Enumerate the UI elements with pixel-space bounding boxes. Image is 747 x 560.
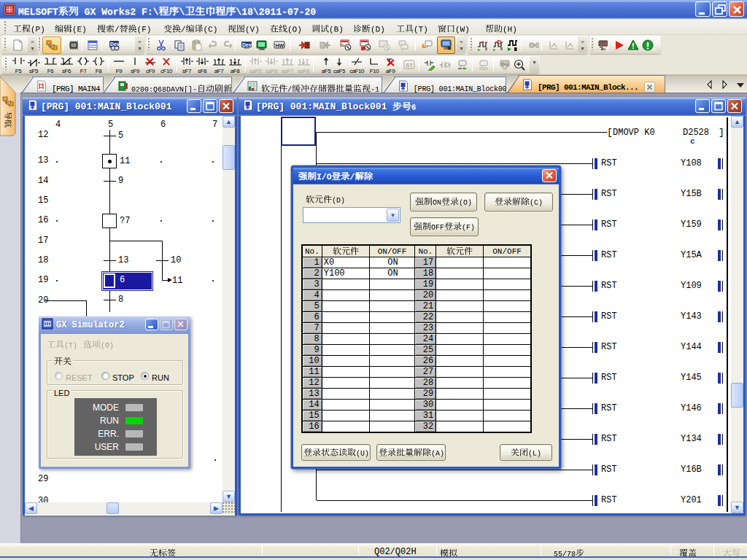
svg-text:Dev: Dev bbox=[242, 42, 252, 47]
svg-text:ST: ST bbox=[406, 62, 413, 69]
svg-text:A: A bbox=[569, 42, 572, 47]
svg-text:Dev: Dev bbox=[110, 42, 120, 47]
svg-text:A: A bbox=[553, 42, 556, 47]
svg-text:o: o bbox=[603, 47, 605, 51]
svg-text:HW: HW bbox=[276, 42, 285, 47]
